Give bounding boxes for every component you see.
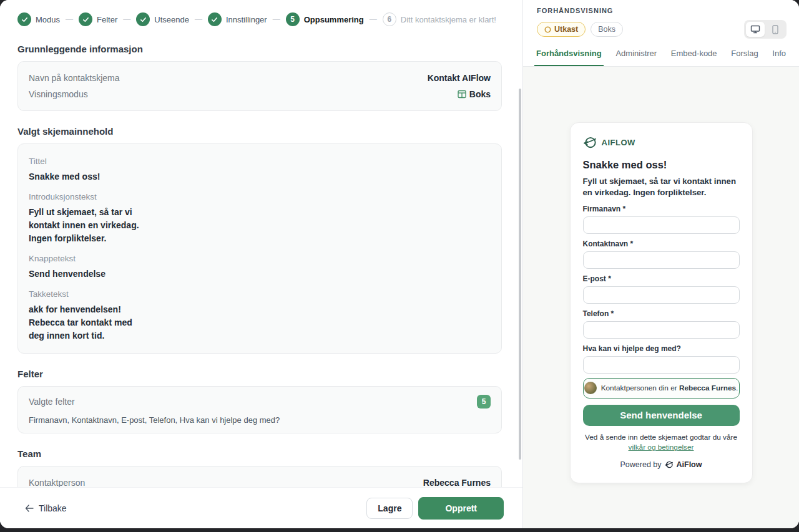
save-button[interactable]: Lagre	[366, 498, 413, 519]
tab-embed-kode[interactable]: Embed-kode	[669, 43, 719, 66]
avatar	[584, 382, 597, 394]
form-field: Kontaktnavn *	[583, 239, 740, 269]
field-label: Telefon *	[583, 309, 740, 318]
contact-person-pill: Kontaktpersonen din er Rebecca Furnes.	[583, 378, 740, 399]
contact-name: Rebecca Furnes	[679, 384, 736, 392]
aiflow-mini-logo-icon	[665, 460, 674, 469]
item-value: Snakke med oss!	[29, 170, 491, 183]
item-label: Takketekst	[29, 289, 491, 299]
section-heading-team: Team	[17, 448, 502, 459]
field-label: Firmanavn *	[583, 205, 740, 213]
row-value: Kontakt AIFlow	[428, 73, 491, 83]
preview-tabs: Forhåndsvisning Administrer Embed-kode F…	[523, 43, 799, 67]
list-item: Introduksjonstekst Fyll ut skjemaet, så …	[29, 192, 491, 245]
section-heading-basic: Grunnleggende informasjon	[17, 44, 502, 54]
check-icon	[79, 12, 92, 26]
step-number-badge: 6	[383, 12, 396, 26]
mode-badge: Boks	[591, 22, 623, 37]
back-label: Tilbake	[39, 503, 67, 513]
contact-suffix: .	[736, 384, 738, 392]
check-icon	[17, 12, 31, 26]
telefon-input[interactable]	[583, 321, 740, 339]
step-label: Utseende	[154, 15, 189, 24]
check-icon	[208, 12, 222, 26]
tab-forslag[interactable]: Forslag	[729, 43, 760, 66]
step-label: Innstillinger	[226, 15, 267, 24]
step-separator: —	[370, 15, 377, 24]
selected-fields-row: Valgte felter 5	[29, 395, 491, 409]
step-utseende[interactable]: Utseende	[136, 12, 189, 26]
tab-forhandsvisning[interactable]: Forhåndsvisning	[534, 43, 604, 66]
legal-line: Ved å sende inn dette skjemaet godtar du…	[585, 433, 737, 442]
form-intro-text: Fyll ut skjemaet, så tar vi kontakt inne…	[583, 176, 740, 199]
section-heading-content: Valgt skjemainnehold	[17, 126, 502, 137]
table-row: Navn på kontaktskjema Kontakt AIFlow	[29, 70, 491, 86]
back-button[interactable]: Tilbake	[25, 503, 67, 513]
form-field: E-post *	[583, 274, 740, 304]
field-count-badge: 5	[477, 395, 491, 409]
step-label: Ditt kontaktskjema er klart!	[401, 15, 496, 24]
app-window: Modus — Felter — Utseende — Innstillinge…	[0, 0, 799, 528]
create-button[interactable]: Opprett	[418, 497, 504, 520]
fields-box: Valgte felter 5 Firmanavn, Kontaktnavn, …	[17, 386, 502, 433]
step-label: Felter	[97, 15, 117, 24]
grid-layout-icon	[458, 90, 466, 99]
powered-by: Powered by AiFlow	[583, 460, 740, 469]
arrow-left-icon	[25, 505, 34, 512]
step-separator: —	[273, 15, 280, 24]
firmanavn-input[interactable]	[583, 216, 740, 234]
item-label: Tittel	[29, 157, 491, 166]
preview-header: FORHÅNDSVISNING Utkast Boks	[523, 0, 799, 39]
form-field: Hva kan vi hjelpe deg med?	[583, 344, 740, 374]
row-label: Valgte felter	[29, 397, 75, 407]
brand-name: AIFLOW	[602, 138, 635, 147]
scrollbar[interactable]	[519, 89, 521, 460]
terms-link[interactable]: vilkår og betingelser	[629, 443, 694, 452]
step-oppsummering[interactable]: 5 Oppsummering	[286, 12, 364, 26]
step-klart: 6 Ditt kontaktskjema er klart!	[383, 12, 496, 26]
mobile-toggle-button[interactable]	[766, 22, 785, 37]
section-heading-fields: Felter	[17, 369, 502, 379]
step-modus[interactable]: Modus	[17, 12, 60, 26]
step-separator: —	[195, 15, 202, 24]
preview-badge-row: Utkast Boks	[537, 20, 787, 39]
field-label: Hva kan vi hjelpe deg med?	[583, 344, 740, 353]
status-badge: Utkast	[537, 22, 586, 37]
step-separator: —	[66, 15, 73, 24]
row-value: Boks	[458, 89, 491, 99]
epost-input[interactable]	[583, 286, 740, 304]
wizard-footer: Tilbake Lagre Opprett	[0, 487, 522, 528]
tab-administrer[interactable]: Administrer	[614, 43, 659, 66]
summary-scroll-area: Grunnleggende informasjon Navn på kontak…	[0, 39, 522, 487]
selected-fields-list: Firmanavn, Kontaktnavn, E-post, Telefon,…	[29, 415, 491, 425]
row-label: Navn på kontaktskjema	[29, 73, 120, 83]
table-row: Visningsmodus Boks	[29, 86, 491, 102]
step-felter[interactable]: Felter	[79, 12, 117, 26]
check-icon	[136, 12, 150, 26]
row-value-text: Boks	[469, 89, 491, 99]
wizard-panel: Modus — Felter — Utseende — Innstillinge…	[0, 0, 523, 528]
tab-info[interactable]: Info	[770, 43, 788, 66]
step-innstillinger[interactable]: Innstillinger	[208, 12, 267, 26]
step-number-badge: 5	[286, 12, 300, 26]
melding-input[interactable]	[583, 356, 740, 374]
kontaktnavn-input[interactable]	[583, 251, 740, 269]
field-label: E-post *	[583, 274, 740, 283]
status-badge-label: Utkast	[554, 25, 578, 34]
team-box: Kontaktperson Rebecca Furnes Leadansvarl…	[17, 466, 502, 487]
brand-row: AIFLOW	[583, 135, 740, 150]
form-field: Telefon *	[583, 309, 740, 339]
desktop-toggle-button[interactable]	[746, 22, 765, 37]
contact-form-preview-card: AIFLOW Snakke med oss! Fyll ut skjemaet,…	[570, 122, 753, 483]
submit-button[interactable]: Send henvendelse	[583, 405, 740, 426]
preview-panel-title: FORHÅNDSVISNING	[537, 7, 787, 14]
smartphone-icon	[772, 25, 778, 34]
step-separator: —	[123, 15, 130, 24]
step-label: Modus	[36, 15, 60, 24]
list-item: Takketekst akk for henvendelsen! Rebecca…	[29, 289, 491, 342]
preview-canvas: AIFLOW Snakke med oss! Fyll ut skjemaet,…	[523, 67, 799, 528]
item-value: Send henvendelse	[29, 268, 491, 281]
item-label: Knappetekst	[29, 254, 491, 263]
item-value: akk for henvendelsen! Rebecca tar kontak…	[29, 303, 491, 342]
contact-prefix: Kontaktpersonen din er	[601, 384, 677, 392]
